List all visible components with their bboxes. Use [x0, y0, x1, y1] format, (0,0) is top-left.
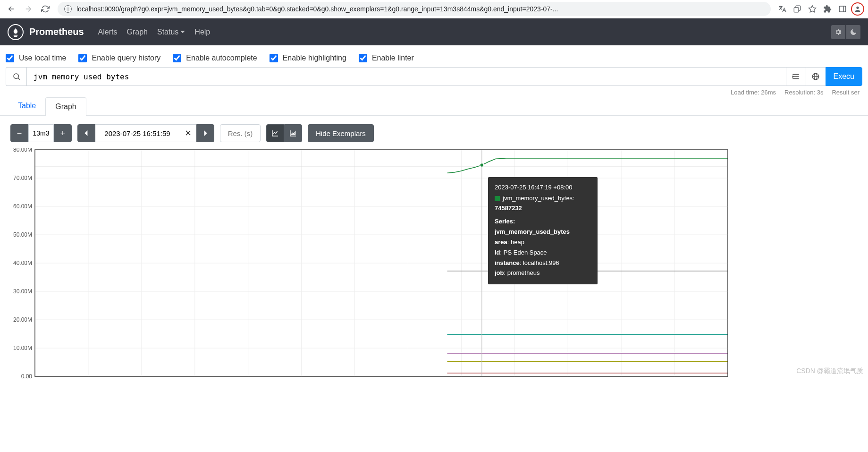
svg-text:80.00M: 80.00M	[13, 148, 32, 153]
share-icon[interactable]	[791, 2, 804, 16]
svg-text:40.00M: 40.00M	[13, 260, 32, 266]
endtime-clear[interactable]: ✕	[179, 124, 196, 142]
prometheus-logo-icon	[8, 24, 24, 40]
opt-local-time-label: Use local time	[19, 54, 66, 62]
opt-autocomplete-label: Enable autocomplete	[186, 54, 257, 62]
forward-button[interactable]	[21, 1, 36, 17]
opt-highlighting-checkbox[interactable]	[270, 54, 278, 62]
svg-text:0.00: 0.00	[21, 373, 33, 379]
format-icon	[792, 72, 800, 81]
stacked-chart-icon	[289, 129, 297, 137]
svg-line-6	[18, 78, 19, 79]
tooltip-area-k: area	[495, 239, 507, 246]
resolution-input[interactable]	[220, 124, 261, 142]
expression-input[interactable]	[26, 67, 786, 86]
endtime-group: ✕	[77, 124, 214, 142]
charttype-group	[266, 124, 302, 142]
exemplars-toggle[interactable]: Hide Exemplars	[308, 124, 374, 142]
opt-linter[interactable]: Enable linter	[359, 54, 414, 62]
opt-query-history-checkbox[interactable]	[78, 54, 87, 62]
chevron-down-icon	[180, 30, 185, 34]
tooltip-instance-v: localhost:996	[523, 259, 559, 266]
tooltip-job-k: job	[495, 269, 504, 276]
tab-graph[interactable]: Graph	[45, 97, 86, 116]
settings-button[interactable]	[831, 25, 845, 39]
chart-area[interactable]: 0.0010.00M20.00M30.00M40.00M50.00M60.00M…	[10, 148, 868, 379]
back-button[interactable]	[4, 1, 19, 17]
nav-help[interactable]: Help	[194, 28, 210, 36]
opt-local-time[interactable]: Use local time	[6, 54, 66, 62]
sidepanel-icon[interactable]	[836, 2, 849, 16]
tooltip-swatch	[495, 196, 500, 201]
query-row: Execu	[0, 67, 868, 86]
opt-autocomplete[interactable]: Enable autocomplete	[173, 54, 257, 62]
time-prev[interactable]	[77, 124, 95, 142]
reload-button[interactable]	[38, 1, 53, 17]
svg-text:50.00M: 50.00M	[13, 231, 32, 238]
nav-alerts[interactable]: Alerts	[98, 28, 118, 36]
opt-local-time-checkbox[interactable]	[6, 54, 14, 62]
browser-toolbar: i localhost:9090/graph?g0.expr=jvm_memor…	[0, 0, 868, 18]
opt-query-history-label: Enable query history	[92, 54, 160, 62]
tooltip-metric: jvm_memory_used_bytes	[503, 195, 573, 202]
profile-avatar[interactable]	[851, 2, 864, 16]
svg-text:70.00M: 70.00M	[13, 175, 32, 181]
translate-icon[interactable]	[775, 2, 789, 16]
tooltip-job-v: prometheus	[507, 269, 540, 276]
range-increase[interactable]: +	[54, 124, 72, 142]
chart-tooltip: 2023-07-25 16:47:19 +08:00 jvm_memory_us…	[488, 177, 598, 284]
svg-rect-2	[839, 6, 846, 12]
moon-icon	[850, 28, 857, 36]
tooltip-series-label: Series:	[495, 218, 515, 225]
opt-# codex

/highlighting-label: Enable highlighting	[283, 54, 346, 62]
graph-controls: − + ✕ Hide Exemplars	[0, 115, 868, 146]
metrics-explorer-button[interactable]	[6, 67, 26, 86]
theme-toggle[interactable]	[846, 25, 860, 39]
nav-graph[interactable]: Graph	[127, 28, 148, 36]
opt-query-history[interactable]: Enable query history	[78, 54, 160, 62]
chevron-left-icon	[84, 130, 89, 136]
tooltip-instance-k: instance	[495, 259, 520, 266]
opt-highlighting[interactable]: Enable highlighting	[270, 54, 346, 62]
extensions-icon[interactable]	[821, 2, 834, 16]
main-nav: Alerts Graph Status Help	[98, 28, 211, 36]
resolution: Resolution: 3s	[784, 89, 823, 96]
svg-marker-1	[809, 6, 816, 12]
opt-linter-checkbox[interactable]	[359, 54, 367, 62]
format-button[interactable]	[786, 67, 806, 86]
globe-button[interactable]	[806, 67, 826, 86]
load-time: Load time: 26ms	[731, 89, 776, 96]
address-bar[interactable]: i localhost:9090/graph?g0.expr=jvm_memor…	[58, 2, 771, 16]
star-icon[interactable]	[806, 2, 819, 16]
result-tabs: Table Graph	[0, 96, 868, 116]
tooltip-id-k: id	[495, 249, 500, 256]
app-header: Prometheus Alerts Graph Status Help	[0, 18, 868, 45]
svg-text:30.00M: 30.00M	[13, 288, 32, 295]
line-chart-button[interactable]	[266, 124, 284, 142]
site-info-icon[interactable]: i	[64, 5, 72, 13]
line-chart-icon	[271, 129, 279, 137]
opt-autocomplete-checkbox[interactable]	[173, 54, 181, 62]
svg-point-48	[480, 163, 484, 167]
stacked-chart-button[interactable]	[284, 124, 302, 142]
execute-button[interactable]: Execu	[826, 67, 862, 86]
tooltip-value: 74587232	[495, 205, 522, 212]
query-meta: Load time: 26ms Resolution: 3s Result se…	[0, 86, 868, 96]
result-series: Result ser	[832, 89, 860, 96]
range-decrease[interactable]: −	[10, 124, 28, 142]
gear-icon	[834, 28, 842, 36]
nav-status-label: Status	[157, 28, 178, 36]
svg-point-4	[856, 7, 859, 9]
tooltip-area-v: heap	[511, 239, 524, 246]
endtime-input[interactable]	[95, 124, 179, 142]
tab-table[interactable]: Table	[8, 97, 45, 116]
globe-icon	[811, 72, 820, 81]
brand[interactable]: Prometheus	[8, 24, 84, 40]
nav-status[interactable]: Status	[157, 28, 185, 36]
tooltip-series-name: jvm_memory_used_bytes	[495, 228, 570, 235]
svg-rect-0	[794, 8, 799, 12]
time-next[interactable]	[196, 124, 214, 142]
range-input[interactable]	[28, 124, 54, 142]
chart-svg: 0.0010.00M20.00M30.00M40.00M50.00M60.00M…	[10, 148, 728, 379]
chevron-right-icon	[202, 130, 208, 136]
